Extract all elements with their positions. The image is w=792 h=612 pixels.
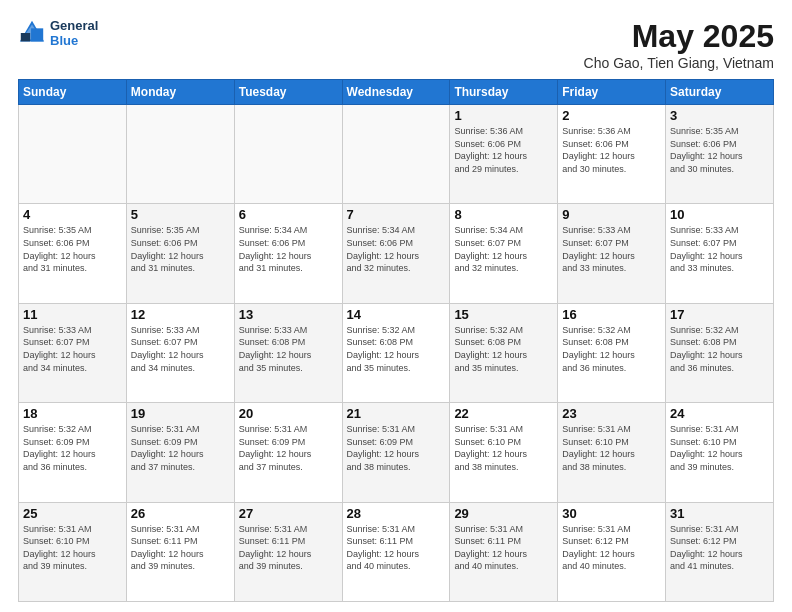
- day-number: 5: [131, 207, 230, 222]
- day-number: 2: [562, 108, 661, 123]
- calendar-cell: [126, 105, 234, 204]
- day-number: 24: [670, 406, 769, 421]
- weekday-header-sunday: Sunday: [19, 80, 127, 105]
- day-number: 21: [347, 406, 446, 421]
- main-title: May 2025: [584, 18, 774, 55]
- day-info: Sunrise: 5:32 AMSunset: 6:08 PMDaylight:…: [347, 324, 446, 374]
- calendar-cell: 21Sunrise: 5:31 AMSunset: 6:09 PMDayligh…: [342, 403, 450, 502]
- day-info: Sunrise: 5:31 AMSunset: 6:11 PMDaylight:…: [131, 523, 230, 573]
- week-row-3: 11Sunrise: 5:33 AMSunset: 6:07 PMDayligh…: [19, 303, 774, 402]
- calendar-cell: 10Sunrise: 5:33 AMSunset: 6:07 PMDayligh…: [666, 204, 774, 303]
- calendar-cell: 26Sunrise: 5:31 AMSunset: 6:11 PMDayligh…: [126, 502, 234, 601]
- day-number: 12: [131, 307, 230, 322]
- day-number: 29: [454, 506, 553, 521]
- day-info: Sunrise: 5:35 AMSunset: 6:06 PMDaylight:…: [670, 125, 769, 175]
- day-number: 11: [23, 307, 122, 322]
- calendar-cell: 27Sunrise: 5:31 AMSunset: 6:11 PMDayligh…: [234, 502, 342, 601]
- weekday-header-friday: Friday: [558, 80, 666, 105]
- calendar-cell: 20Sunrise: 5:31 AMSunset: 6:09 PMDayligh…: [234, 403, 342, 502]
- day-number: 16: [562, 307, 661, 322]
- subtitle: Cho Gao, Tien Giang, Vietnam: [584, 55, 774, 71]
- calendar-cell: 4Sunrise: 5:35 AMSunset: 6:06 PMDaylight…: [19, 204, 127, 303]
- week-row-4: 18Sunrise: 5:32 AMSunset: 6:09 PMDayligh…: [19, 403, 774, 502]
- calendar-cell: 2Sunrise: 5:36 AMSunset: 6:06 PMDaylight…: [558, 105, 666, 204]
- day-number: 23: [562, 406, 661, 421]
- day-number: 8: [454, 207, 553, 222]
- calendar-cell: 1Sunrise: 5:36 AMSunset: 6:06 PMDaylight…: [450, 105, 558, 204]
- calendar-cell: 13Sunrise: 5:33 AMSunset: 6:08 PMDayligh…: [234, 303, 342, 402]
- day-info: Sunrise: 5:32 AMSunset: 6:09 PMDaylight:…: [23, 423, 122, 473]
- calendar-table: SundayMondayTuesdayWednesdayThursdayFrid…: [18, 79, 774, 602]
- day-number: 27: [239, 506, 338, 521]
- logo-icon: [18, 19, 46, 47]
- day-info: Sunrise: 5:33 AMSunset: 6:07 PMDaylight:…: [23, 324, 122, 374]
- calendar-cell: [19, 105, 127, 204]
- day-info: Sunrise: 5:31 AMSunset: 6:11 PMDaylight:…: [239, 523, 338, 573]
- calendar-cell: 11Sunrise: 5:33 AMSunset: 6:07 PMDayligh…: [19, 303, 127, 402]
- day-number: 26: [131, 506, 230, 521]
- day-number: 25: [23, 506, 122, 521]
- day-info: Sunrise: 5:32 AMSunset: 6:08 PMDaylight:…: [562, 324, 661, 374]
- day-info: Sunrise: 5:31 AMSunset: 6:09 PMDaylight:…: [131, 423, 230, 473]
- calendar-cell: 12Sunrise: 5:33 AMSunset: 6:07 PMDayligh…: [126, 303, 234, 402]
- calendar-cell: 24Sunrise: 5:31 AMSunset: 6:10 PMDayligh…: [666, 403, 774, 502]
- logo: General Blue: [18, 18, 98, 48]
- day-info: Sunrise: 5:31 AMSunset: 6:10 PMDaylight:…: [454, 423, 553, 473]
- day-info: Sunrise: 5:32 AMSunset: 6:08 PMDaylight:…: [670, 324, 769, 374]
- day-number: 14: [347, 307, 446, 322]
- calendar-cell: 29Sunrise: 5:31 AMSunset: 6:11 PMDayligh…: [450, 502, 558, 601]
- calendar-cell: 8Sunrise: 5:34 AMSunset: 6:07 PMDaylight…: [450, 204, 558, 303]
- weekday-header-wednesday: Wednesday: [342, 80, 450, 105]
- day-info: Sunrise: 5:31 AMSunset: 6:09 PMDaylight:…: [239, 423, 338, 473]
- day-info: Sunrise: 5:31 AMSunset: 6:11 PMDaylight:…: [454, 523, 553, 573]
- day-info: Sunrise: 5:32 AMSunset: 6:08 PMDaylight:…: [454, 324, 553, 374]
- calendar-cell: 3Sunrise: 5:35 AMSunset: 6:06 PMDaylight…: [666, 105, 774, 204]
- day-info: Sunrise: 5:36 AMSunset: 6:06 PMDaylight:…: [562, 125, 661, 175]
- calendar-cell: 28Sunrise: 5:31 AMSunset: 6:11 PMDayligh…: [342, 502, 450, 601]
- calendar-cell: 16Sunrise: 5:32 AMSunset: 6:08 PMDayligh…: [558, 303, 666, 402]
- day-info: Sunrise: 5:34 AMSunset: 6:06 PMDaylight:…: [239, 224, 338, 274]
- week-row-1: 1Sunrise: 5:36 AMSunset: 6:06 PMDaylight…: [19, 105, 774, 204]
- calendar-cell: 31Sunrise: 5:31 AMSunset: 6:12 PMDayligh…: [666, 502, 774, 601]
- logo-text: General Blue: [50, 18, 98, 48]
- calendar-cell: 15Sunrise: 5:32 AMSunset: 6:08 PMDayligh…: [450, 303, 558, 402]
- day-number: 15: [454, 307, 553, 322]
- day-info: Sunrise: 5:31 AMSunset: 6:11 PMDaylight:…: [347, 523, 446, 573]
- day-info: Sunrise: 5:35 AMSunset: 6:06 PMDaylight:…: [131, 224, 230, 274]
- day-number: 17: [670, 307, 769, 322]
- day-info: Sunrise: 5:31 AMSunset: 6:10 PMDaylight:…: [23, 523, 122, 573]
- calendar-cell: 14Sunrise: 5:32 AMSunset: 6:08 PMDayligh…: [342, 303, 450, 402]
- svg-rect-3: [31, 28, 43, 41]
- weekday-header-saturday: Saturday: [666, 80, 774, 105]
- page: General Blue May 2025 Cho Gao, Tien Gian…: [0, 0, 792, 612]
- day-info: Sunrise: 5:33 AMSunset: 6:07 PMDaylight:…: [562, 224, 661, 274]
- day-number: 22: [454, 406, 553, 421]
- day-number: 6: [239, 207, 338, 222]
- calendar-cell: [234, 105, 342, 204]
- calendar-cell: 22Sunrise: 5:31 AMSunset: 6:10 PMDayligh…: [450, 403, 558, 502]
- day-number: 20: [239, 406, 338, 421]
- week-row-2: 4Sunrise: 5:35 AMSunset: 6:06 PMDaylight…: [19, 204, 774, 303]
- day-info: Sunrise: 5:33 AMSunset: 6:08 PMDaylight:…: [239, 324, 338, 374]
- day-info: Sunrise: 5:31 AMSunset: 6:12 PMDaylight:…: [670, 523, 769, 573]
- day-info: Sunrise: 5:34 AMSunset: 6:07 PMDaylight:…: [454, 224, 553, 274]
- header: General Blue May 2025 Cho Gao, Tien Gian…: [18, 18, 774, 71]
- calendar-cell: [342, 105, 450, 204]
- day-number: 3: [670, 108, 769, 123]
- day-number: 7: [347, 207, 446, 222]
- calendar-cell: 30Sunrise: 5:31 AMSunset: 6:12 PMDayligh…: [558, 502, 666, 601]
- calendar-cell: 23Sunrise: 5:31 AMSunset: 6:10 PMDayligh…: [558, 403, 666, 502]
- calendar-cell: 25Sunrise: 5:31 AMSunset: 6:10 PMDayligh…: [19, 502, 127, 601]
- day-info: Sunrise: 5:35 AMSunset: 6:06 PMDaylight:…: [23, 224, 122, 274]
- calendar-cell: 18Sunrise: 5:32 AMSunset: 6:09 PMDayligh…: [19, 403, 127, 502]
- weekday-header-tuesday: Tuesday: [234, 80, 342, 105]
- day-number: 10: [670, 207, 769, 222]
- day-info: Sunrise: 5:33 AMSunset: 6:07 PMDaylight:…: [131, 324, 230, 374]
- day-number: 28: [347, 506, 446, 521]
- calendar-cell: 17Sunrise: 5:32 AMSunset: 6:08 PMDayligh…: [666, 303, 774, 402]
- day-number: 31: [670, 506, 769, 521]
- calendar-cell: 6Sunrise: 5:34 AMSunset: 6:06 PMDaylight…: [234, 204, 342, 303]
- day-number: 30: [562, 506, 661, 521]
- calendar-cell: 9Sunrise: 5:33 AMSunset: 6:07 PMDaylight…: [558, 204, 666, 303]
- weekday-header-thursday: Thursday: [450, 80, 558, 105]
